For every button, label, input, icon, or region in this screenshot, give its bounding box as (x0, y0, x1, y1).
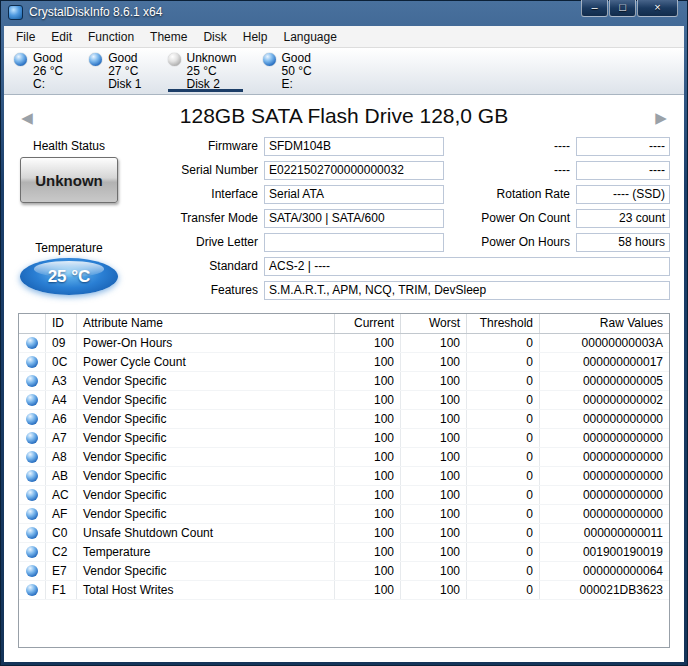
status-led-cell (19, 391, 46, 409)
health-led-icon (168, 53, 181, 66)
smart-attribute-row[interactable]: AB Vendor Specific 100 100 0 00000000000… (19, 467, 669, 486)
smart-table-header: ID Attribute Name Current Worst Threshol… (19, 314, 669, 334)
minimize-button[interactable]: – (581, 0, 608, 17)
id-column-header[interactable]: ID (46, 314, 77, 333)
menu-disk[interactable]: Disk (195, 28, 234, 46)
attribute-current: 100 (335, 353, 401, 371)
attribute-current: 100 (335, 410, 401, 428)
led-column-header[interactable] (19, 314, 46, 333)
attribute-raw-values: 000000000000 (540, 505, 669, 523)
menu-file[interactable]: File (8, 28, 43, 46)
maximize-button[interactable]: □ (609, 0, 636, 17)
smart-attribute-row[interactable]: AF Vendor Specific 100 100 0 00000000000… (19, 505, 669, 524)
worst-column-header[interactable]: Worst (401, 314, 467, 333)
attribute-worst: 100 (401, 486, 467, 504)
window-title: CrystalDiskInfo 8.6.1 x64 (29, 0, 162, 25)
attribute-worst: 100 (401, 543, 467, 561)
attribute-name: Power Cycle Count (77, 353, 335, 371)
attribute-name-column-header[interactable]: Attribute Name (77, 314, 335, 333)
smart-table-body: 09 Power-On Hours 100 100 0 00000000003A… (19, 334, 669, 600)
attribute-name: Total Host Writes (77, 581, 335, 599)
attribute-threshold: 0 (467, 505, 540, 523)
attribute-worst: 100 (401, 410, 467, 428)
features-value: S.M.A.R.T., APM, NCQ, TRIM, DevSleep (264, 281, 670, 300)
smart-attribute-row[interactable]: AC Vendor Specific 100 100 0 00000000000… (19, 486, 669, 505)
smart-attribute-row[interactable]: E7 Vendor Specific 100 100 0 00000000006… (19, 562, 669, 581)
previous-disk-arrow-icon[interactable]: ◀ (16, 107, 38, 129)
attribute-threshold: 0 (467, 448, 540, 466)
attribute-id: A7 (46, 429, 77, 447)
smart-attribute-table: ID Attribute Name Current Worst Threshol… (18, 313, 670, 648)
attribute-name: Temperature (77, 543, 335, 561)
attribute-id: E7 (46, 562, 77, 580)
menu-function[interactable]: Function (80, 28, 142, 46)
status-led-cell (19, 505, 46, 523)
smart-attribute-row[interactable]: 0C Power Cycle Count 100 100 0 000000000… (19, 353, 669, 372)
window-controls: – □ × (581, 0, 678, 17)
smart-attribute-row[interactable]: A3 Vendor Specific 100 100 0 00000000000… (19, 372, 669, 391)
attribute-name: Power-On Hours (77, 334, 335, 352)
attribute-name: Vendor Specific (77, 410, 335, 428)
menu-edit[interactable]: Edit (43, 28, 80, 46)
attribute-id: A6 (46, 410, 77, 428)
status-led-cell (19, 581, 46, 599)
smart-attribute-row[interactable]: A7 Vendor Specific 100 100 0 00000000000… (19, 429, 669, 448)
attribute-id: 09 (46, 334, 77, 352)
status-led-cell (19, 524, 46, 542)
attribute-threshold: 0 (467, 581, 540, 599)
attribute-worst: 100 (401, 467, 467, 485)
status-led-icon (26, 470, 38, 482)
status-led-cell (19, 353, 46, 371)
drive-selector-disk1[interactable]: Good 27 °C Disk 1 (89, 52, 141, 94)
smart-attribute-row[interactable]: F1 Total Host Writes 100 100 0 000021DB3… (19, 581, 669, 600)
attribute-current: 100 (335, 505, 401, 523)
attribute-id: A3 (46, 372, 77, 390)
transfer-mode-value: SATA/300 | SATA/600 (264, 209, 444, 228)
drive-selector-disk2-selected[interactable]: Unknown 25 °C Disk 2 (168, 52, 237, 94)
attribute-raw-values: 000000000064 (540, 562, 669, 580)
status-led-icon (26, 489, 38, 501)
raw-values-column-header[interactable]: Raw Values (540, 314, 669, 333)
smart-attribute-row[interactable]: A4 Vendor Specific 100 100 0 00000000000… (19, 391, 669, 410)
attribute-worst: 100 (401, 524, 467, 542)
smart-attribute-row[interactable]: C0 Unsafe Shutdown Count 100 100 0 00000… (19, 524, 669, 543)
attribute-threshold: 0 (467, 524, 540, 542)
smart-attribute-row[interactable]: A8 Vendor Specific 100 100 0 00000000000… (19, 448, 669, 467)
attribute-current: 100 (335, 524, 401, 542)
attribute-threshold: 0 (467, 372, 540, 390)
smart-attribute-row[interactable]: 09 Power-On Hours 100 100 0 00000000003A (19, 334, 669, 353)
threshold-column-header[interactable]: Threshold (467, 314, 540, 333)
smart-attribute-row[interactable]: A6 Vendor Specific 100 100 0 00000000000… (19, 410, 669, 429)
menu-language[interactable]: Language (275, 28, 344, 46)
attribute-threshold: 0 (467, 486, 540, 504)
attribute-current: 100 (335, 391, 401, 409)
drive-selector-c[interactable]: Good 26 °C C: (14, 52, 63, 94)
attribute-raw-values: 000000000000 (540, 448, 669, 466)
attribute-worst: 100 (401, 505, 467, 523)
attribute-raw-values: 000000000000 (540, 486, 669, 504)
menu-help[interactable]: Help (235, 28, 276, 46)
close-button[interactable]: × (637, 0, 678, 17)
attribute-current: 100 (335, 372, 401, 390)
attribute-threshold: 0 (467, 353, 540, 371)
title-bar[interactable]: CrystalDiskInfo 8.6.1 x64 – □ × (0, 0, 688, 26)
attribute-id: A4 (46, 391, 77, 409)
firmware-value: SFDM104B (264, 137, 444, 156)
status-led-icon (26, 565, 38, 577)
attribute-current: 100 (335, 562, 401, 580)
hidden-field-value: ---- (576, 137, 670, 156)
attribute-raw-values: 000000000011 (540, 524, 669, 542)
status-led-icon (26, 413, 38, 425)
next-disk-arrow-icon[interactable]: ▶ (650, 107, 672, 129)
hidden-field-value: ---- (576, 161, 670, 180)
drive-selector-e[interactable]: Good 50 °C E: (263, 52, 312, 94)
smart-attribute-row[interactable]: C2 Temperature 100 100 0 001900190019 (19, 543, 669, 562)
attribute-id: A8 (46, 448, 77, 466)
attribute-raw-values: 000000000002 (540, 391, 669, 409)
current-column-header[interactable]: Current (335, 314, 401, 333)
status-led-cell (19, 562, 46, 580)
hidden-field-label: ---- (444, 161, 576, 180)
status-led-icon (26, 394, 38, 406)
menu-theme[interactable]: Theme (142, 28, 195, 46)
attribute-current: 100 (335, 334, 401, 352)
